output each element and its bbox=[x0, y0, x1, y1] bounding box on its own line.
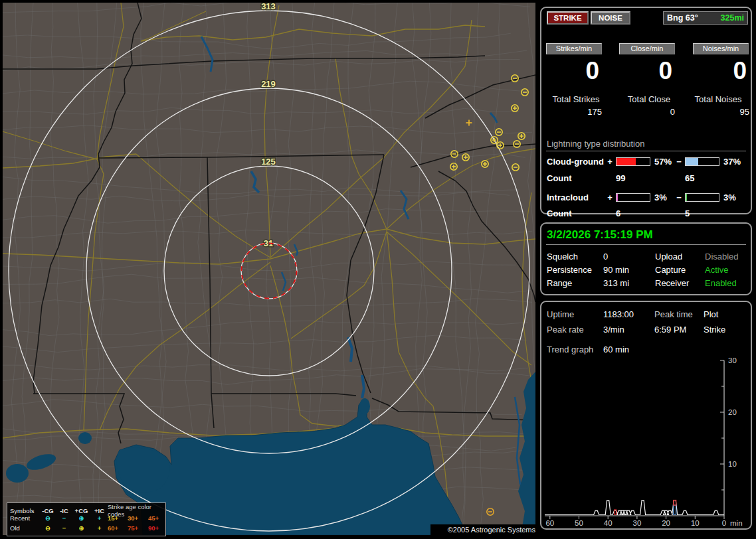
svg-text:125: 125 bbox=[261, 157, 276, 167]
cg-minus-count: 65 bbox=[685, 173, 694, 183]
mobile-bay bbox=[359, 398, 370, 414]
legend-col-neg-cg: -CG bbox=[39, 507, 56, 514]
capture-value: Active bbox=[705, 265, 728, 275]
peak-rate-label: Peak rate bbox=[547, 325, 584, 335]
persistence-label: Persistence bbox=[547, 265, 592, 275]
svg-text:10: 10 bbox=[691, 519, 700, 527]
total-noises-label: Total Noises bbox=[684, 94, 753, 104]
distribution-title: Lightning type distribution bbox=[547, 139, 644, 149]
age-code: 30+ bbox=[128, 514, 148, 522]
svg-text:30: 30 bbox=[633, 519, 642, 527]
svg-text:0: 0 bbox=[722, 519, 726, 527]
noises-per-min-chip[interactable]: Noises/min bbox=[693, 43, 749, 54]
svg-text:219: 219 bbox=[261, 79, 276, 89]
cloud-ground-label: Cloud-ground bbox=[547, 157, 604, 167]
persistence-value: 90 min bbox=[603, 265, 629, 275]
total-strikes-label: Total Strikes bbox=[541, 94, 611, 104]
receiver-value: Enabled bbox=[705, 278, 737, 288]
receiver-label: Receiver bbox=[655, 278, 689, 288]
trend-graph-window: 60 min bbox=[603, 345, 629, 354]
cg-minus-pct: 37% bbox=[723, 157, 741, 167]
datetime-display: 3/2/2026 7:15:19 PM bbox=[547, 228, 653, 242]
plot-mode-value: Strike bbox=[704, 325, 725, 335]
total-close-value: 0 bbox=[619, 107, 675, 117]
upload-value: Disabled bbox=[705, 252, 739, 262]
cg-count-label: Count bbox=[547, 173, 572, 183]
ic-count-label: Count bbox=[547, 208, 572, 218]
pos-cg-icon: ⊕ bbox=[72, 524, 91, 532]
uptime-value: 1183:00 bbox=[603, 309, 634, 319]
age-code: 15+ bbox=[108, 514, 128, 522]
divider bbox=[546, 244, 746, 245]
legend-row-old: Old⊖−⊕+60+75+90+ bbox=[7, 523, 165, 533]
distance-value: 325mi bbox=[721, 13, 744, 23]
plot-label: Plot bbox=[704, 309, 718, 319]
svg-text:40: 40 bbox=[604, 519, 613, 527]
bearing-badge: Bng 63° 325mi bbox=[663, 11, 748, 25]
squelch-value: 0 bbox=[603, 252, 608, 262]
svg-text:313: 313 bbox=[261, 3, 276, 11]
legend-row-label: Recent bbox=[10, 514, 39, 522]
radar-map[interactable]: 31321912531 bbox=[3, 3, 535, 535]
pos-cg-icon: ⊕ bbox=[72, 514, 91, 522]
close-per-min-chip[interactable]: Close/min bbox=[619, 43, 675, 54]
svg-text:min: min bbox=[730, 519, 743, 527]
neg-ic-icon: − bbox=[56, 514, 72, 522]
noises-rate-value: 0 bbox=[694, 57, 747, 85]
range-value: 313 mi bbox=[603, 278, 629, 288]
strike-stats-panel: STRIKE NOISE Bng 63° 325mi Strikes/min C… bbox=[540, 7, 752, 214]
age-code: 45+ bbox=[148, 514, 169, 522]
svg-text:50: 50 bbox=[575, 519, 583, 527]
capture-label: Capture bbox=[655, 265, 686, 275]
trend-graph: 1020306050403020100min bbox=[543, 354, 753, 529]
cg-plus-count: 99 bbox=[616, 173, 625, 183]
neg-cg-icon: ⊖ bbox=[39, 514, 56, 522]
upload-label: Upload bbox=[655, 252, 682, 262]
close-rate-value: 0 bbox=[619, 57, 672, 85]
divider bbox=[546, 151, 746, 151]
strikes-rate-value: 0 bbox=[546, 57, 599, 85]
total-strikes-value: 175 bbox=[546, 107, 602, 117]
legend-header-row: Symbols -CG -IC +CG +IC Strike age color… bbox=[7, 503, 165, 513]
svg-text:20: 20 bbox=[728, 408, 737, 416]
svg-text:30: 30 bbox=[728, 356, 737, 364]
trend-graph-label: Trend graph bbox=[547, 345, 593, 354]
cg-plus-bar bbox=[616, 157, 650, 166]
cg-plus-pct: 57% bbox=[654, 157, 672, 167]
legend-row-label: Old bbox=[10, 524, 39, 532]
svg-text:10: 10 bbox=[728, 460, 737, 468]
app-window: 31321912531 ©2005 Astrogenic Systems Sym… bbox=[0, 0, 756, 539]
minus-sign: − bbox=[676, 193, 682, 202]
svg-text:20: 20 bbox=[662, 519, 670, 527]
strikes-per-min-chip[interactable]: Strikes/min bbox=[546, 43, 602, 54]
neg-cg-icon: ⊖ bbox=[39, 524, 56, 532]
neg-ic-icon: − bbox=[56, 524, 72, 532]
uptime-label: Uptime bbox=[547, 309, 574, 319]
age-code: 75+ bbox=[128, 524, 148, 532]
ic-plus-count: 6 bbox=[616, 208, 620, 218]
noise-mode-button[interactable]: NOISE bbox=[591, 11, 630, 25]
ic-minus-count: 5 bbox=[685, 208, 690, 218]
pos-ic-icon: + bbox=[91, 524, 108, 532]
ic-minus-bar bbox=[685, 193, 719, 202]
total-close-label: Total Close bbox=[614, 94, 684, 104]
range-label: Range bbox=[547, 278, 572, 288]
ic-plus-bar bbox=[616, 193, 650, 202]
legend-symbols-label: Symbols bbox=[10, 507, 39, 514]
peak-time-label: Peak time bbox=[654, 309, 693, 319]
total-noises-value: 95 bbox=[694, 107, 749, 117]
cg-minus-bar bbox=[685, 157, 719, 166]
ic-minus-pct: 3% bbox=[723, 193, 736, 202]
legend-row-recent: Recent⊖−⊕+15+30+45+ bbox=[7, 513, 165, 523]
plus-sign: + bbox=[607, 157, 613, 167]
bearing-value: Bng 63° bbox=[667, 13, 698, 23]
pos-ic-icon: + bbox=[91, 514, 108, 522]
strike-mode-button[interactable]: STRIKE bbox=[547, 11, 589, 25]
symbol-legend: Symbols -CG -IC +CG +IC Strike age color… bbox=[7, 502, 166, 536]
copyright-text: ©2005 Astrogenic Systems bbox=[430, 524, 537, 535]
squelch-label: Squelch bbox=[547, 252, 578, 262]
plus-sign: + bbox=[607, 193, 613, 202]
status-panel: 3/2/2026 7:15:19 PM Squelch 0 Upload Dis… bbox=[540, 222, 752, 295]
peak-time-value: 6:59 PM bbox=[654, 325, 686, 335]
legend-col-pos-cg: +CG bbox=[72, 507, 91, 514]
